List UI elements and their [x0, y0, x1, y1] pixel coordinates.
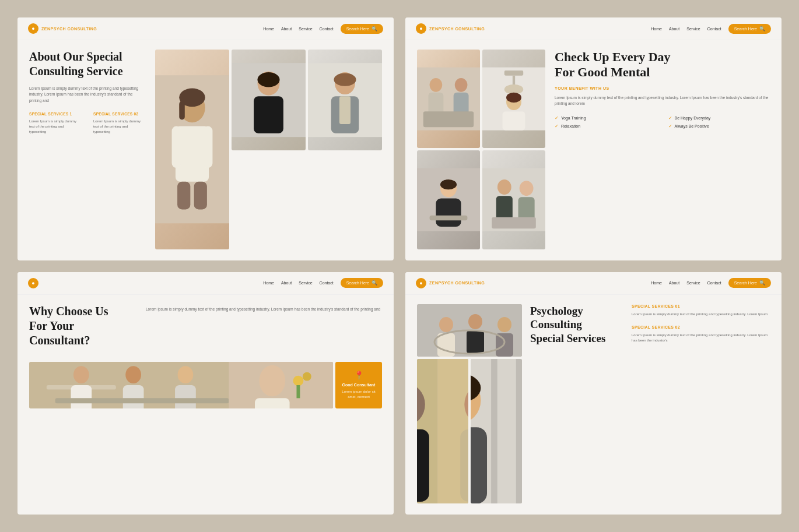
photo-person1 — [155, 50, 229, 249]
card-psychology: ● ZENPSYCH CONSULTING Home About Service… — [405, 272, 782, 515]
card2-photo3 — [417, 150, 480, 249]
nav-home-1[interactable]: Home — [263, 27, 274, 31]
nav-about-4[interactable]: About — [669, 281, 679, 285]
card1-photos — [155, 50, 382, 249]
nav-contact-2[interactable]: Contact — [707, 27, 721, 31]
search-button-2[interactable]: Search Here 🔍 — [728, 24, 771, 34]
card1-body: About Our SpecialConsulting Service Lore… — [17, 40, 394, 259]
card2-benefits: ✓ Yoga Training ✓ Be Happy Everyday ✓ Re… — [555, 115, 770, 129]
nav-service-1[interactable]: Service — [299, 27, 312, 31]
card3-images: 📍 Good Consultant Lorem ipsum dolor sit … — [29, 362, 382, 408]
svg-point-30 — [506, 93, 521, 103]
benefit-positive: ✓ Always Be Positive — [668, 124, 770, 129]
search-button-1[interactable]: Search Here 🔍 — [341, 24, 383, 34]
search-button-4[interactable]: Search Here 🔍 — [728, 278, 771, 288]
nav-links-4: Home About Service Contact Search Here 🔍 — [651, 278, 771, 288]
svg-point-54 — [293, 375, 304, 386]
nav-contact-3[interactable]: Contact — [320, 281, 334, 285]
brand-3: ● — [28, 278, 38, 288]
check-icon-2: ✓ — [668, 115, 672, 121]
card4-service1-title: SPECIAL SERVICES 01 — [632, 304, 770, 308]
svg-rect-33 — [436, 199, 461, 227]
nav-about-1[interactable]: About — [281, 27, 292, 31]
search-icon-4: 🔍 — [759, 280, 765, 286]
svg-rect-45 — [71, 385, 92, 408]
card2-photos — [417, 50, 545, 249]
nav-contact-1[interactable]: Contact — [320, 27, 334, 31]
svg-point-17 — [334, 73, 356, 86]
card-why: ● Home About Service Contact Search Here… — [17, 272, 394, 515]
card1-desc: Lorem Ipsum is simply dummy text of the … — [29, 86, 146, 104]
svg-rect-50 — [55, 398, 229, 403]
service1-title: SPECIAL SERVICES 1 — [29, 112, 82, 116]
card4-main-text: Psychology ConsultingSpecial Services — [530, 304, 623, 504]
card3-desc: Lorem Ipsum is simply dummy text of the … — [146, 304, 382, 354]
nav-home-3[interactable]: Home — [263, 281, 274, 285]
svg-rect-11 — [254, 96, 283, 133]
nav-about-2[interactable]: About — [669, 27, 679, 31]
card1-title: About Our SpecialConsulting Service — [29, 50, 146, 79]
navbar-1: ● ZENPSYCH CONSULTING Home About Service… — [17, 17, 394, 40]
benefit-happy: ✓ Be Happy Everyday — [668, 115, 770, 121]
card3-main-photo — [29, 362, 333, 408]
brand-1: ● ZENPSYCH CONSULTING — [28, 23, 97, 34]
svg-rect-75 — [516, 359, 522, 504]
nav-service-3[interactable]: Service — [299, 281, 312, 285]
svg-rect-4 — [204, 126, 213, 168]
check-icon-1: ✓ — [555, 115, 559, 121]
svg-point-48 — [178, 366, 194, 383]
card4-service2-text: Lorem Ipsum is simply dummy text of the … — [632, 333, 770, 343]
brand-name-4: ZENPSYCH CONSULTING — [429, 281, 485, 285]
svg-rect-71 — [460, 429, 468, 501]
nav-home-4[interactable]: Home — [651, 281, 662, 285]
svg-point-19 — [430, 78, 443, 92]
card4-photo-bottom — [417, 359, 522, 504]
svg-rect-16 — [339, 96, 351, 124]
nav-service-2[interactable]: Service — [686, 27, 700, 31]
svg-point-60 — [468, 314, 482, 329]
card-about: ● ZENPSYCH CONSULTING Home About Service… — [17, 17, 394, 260]
nav-contact-4[interactable]: Contact — [707, 281, 721, 285]
service1-col: SPECIAL SERVICES 1 Lorem Ipsum is simply… — [29, 112, 82, 135]
svg-point-39 — [520, 181, 534, 196]
brand-icon-2: ● — [416, 23, 426, 34]
service1-text: Lorem Ipsum is simply dummy text of the … — [29, 119, 82, 135]
search-icon-3: 🔍 — [372, 280, 377, 286]
svg-point-35 — [440, 179, 457, 189]
card3-body: Why Choose UsFor Your Consultant? Lorem … — [17, 295, 394, 513]
svg-rect-25 — [504, 71, 523, 76]
svg-rect-53 — [255, 398, 290, 408]
svg-rect-34 — [430, 216, 468, 221]
card-checkup: ● ZENPSYCH CONSULTING Home About Service… — [405, 17, 782, 260]
svg-rect-47 — [123, 385, 144, 408]
card4-photos — [417, 304, 522, 504]
card2-content: Check Up Every DayFor Good Mental YOUR B… — [417, 50, 770, 249]
svg-point-52 — [259, 365, 285, 396]
svg-rect-29 — [503, 111, 525, 130]
card4-side: SPECIAL SERVICES 01 Lorem Ipsum is simpl… — [632, 304, 770, 504]
search-icon-2: 🔍 — [759, 26, 765, 31]
svg-rect-3 — [172, 126, 181, 168]
check-icon-3: ✓ — [555, 124, 559, 129]
card1-content: About Our SpecialConsulting Service Lore… — [29, 50, 382, 249]
card2-subtitle: YOUR BENEFIT WITH US — [555, 86, 770, 90]
nav-service-4[interactable]: Service — [686, 281, 700, 285]
svg-point-37 — [497, 179, 511, 195]
card2-text: Check Up Every DayFor Good Mental YOUR B… — [555, 50, 770, 249]
nav-about-3[interactable]: About — [281, 281, 292, 285]
svg-point-21 — [455, 78, 468, 92]
card2-photo4 — [482, 150, 545, 249]
svg-rect-20 — [428, 93, 443, 115]
svg-point-55 — [303, 372, 311, 380]
card4-body: Psychology ConsultingSpecial Services SP… — [405, 295, 782, 513]
svg-point-58 — [439, 317, 453, 332]
svg-point-62 — [497, 317, 511, 332]
card4-photo-sm1 — [417, 359, 468, 504]
nav-home-2[interactable]: Home — [651, 27, 662, 31]
benefit-yoga: ✓ Yoga Training — [555, 115, 657, 121]
service2-col: SPECIAL SERVICES 02 Lorem Ipsum is simpl… — [93, 112, 146, 135]
svg-rect-23 — [423, 111, 474, 127]
card2-title: Check Up Every DayFor Good Mental — [555, 50, 770, 80]
search-button-3[interactable]: Search Here 🔍 — [341, 278, 383, 288]
card3-overlay: 📍 Good Consultant Lorem ipsum dolor sit … — [335, 362, 382, 408]
